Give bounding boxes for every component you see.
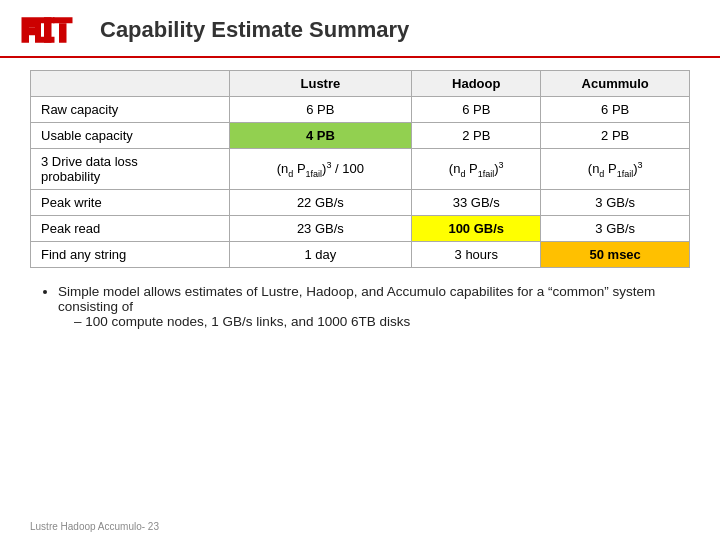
cell-peakwrite-lustre: 22 GB/s [229, 190, 412, 216]
cell-findstring-acummulo: 50 msec [541, 242, 690, 268]
bullet-section: Simple model allows estimates of Lustre,… [30, 284, 690, 329]
cell-dataloss-lustre: (nd P1fail)3 / 100 [229, 149, 412, 190]
cell-dataloss-hadoop: (nd P1fail)3 [412, 149, 541, 190]
table-row: Raw capacity 6 PB 6 PB 6 PB [31, 97, 690, 123]
cell-findstring-hadoop: 3 hours [412, 242, 541, 268]
row-label-peak-read: Peak read [31, 216, 230, 242]
cell-dataloss-acummulo: (nd P1fail)3 [541, 149, 690, 190]
page-title: Capability Estimate Summary [100, 17, 409, 43]
col-header-hadoop: Hadoop [412, 71, 541, 97]
cell-findstring-lustre: 1 day [229, 242, 412, 268]
capability-table: Lustre Hadoop Acummulo Raw capacity 6 PB… [30, 70, 690, 268]
cell-raw-hadoop: 6 PB [412, 97, 541, 123]
row-label-raw-capacity: Raw capacity [31, 97, 230, 123]
svg-rect-2 [35, 17, 41, 43]
cell-usable-lustre: 4 PB [229, 123, 412, 149]
bullet-sub: 100 compute nodes, 1 GB/s links, and 100… [74, 314, 690, 329]
table-row: Find any string 1 day 3 hours 50 msec [31, 242, 690, 268]
cell-usable-acummulo: 2 PB [541, 123, 690, 149]
cell-peakread-hadoop: 100 GB/s [412, 216, 541, 242]
svg-rect-3 [29, 28, 35, 36]
table-row: 3 Drive data lossprobability (nd P1fail)… [31, 149, 690, 190]
cell-raw-lustre: 6 PB [229, 97, 412, 123]
col-header-empty [31, 71, 230, 97]
page-header: Capability Estimate Summary [0, 0, 720, 58]
table-row: Peak write 22 GB/s 33 GB/s 3 GB/s [31, 190, 690, 216]
row-label-peak-write: Peak write [31, 190, 230, 216]
mit-logo [20, 10, 80, 50]
svg-rect-8 [59, 23, 67, 43]
svg-rect-5 [41, 17, 55, 23]
bullet-main: Simple model allows estimates of Lustre,… [58, 284, 690, 329]
cell-raw-acummulo: 6 PB [541, 97, 690, 123]
row-label-usable-capacity: Usable capacity [31, 123, 230, 149]
footer-text: Lustre Hadoop Accumulo- 23 [30, 521, 159, 532]
svg-rect-1 [29, 17, 35, 28]
cell-usable-hadoop: 2 PB [412, 123, 541, 149]
cell-peakwrite-hadoop: 33 GB/s [412, 190, 541, 216]
cell-peakread-lustre: 23 GB/s [229, 216, 412, 242]
col-header-acummulo: Acummulo [541, 71, 690, 97]
col-header-lustre: Lustre [229, 71, 412, 97]
cell-peakread-acummulo: 3 GB/s [541, 216, 690, 242]
cell-peakwrite-acummulo: 3 GB/s [541, 190, 690, 216]
table-row: Usable capacity 4 PB 2 PB 2 PB [31, 123, 690, 149]
row-label-data-loss: 3 Drive data lossprobability [31, 149, 230, 190]
main-content: Lustre Hadoop Acummulo Raw capacity 6 PB… [0, 58, 720, 343]
svg-rect-6 [41, 37, 55, 43]
svg-rect-0 [22, 17, 30, 43]
table-row: Peak read 23 GB/s 100 GB/s 3 GB/s [31, 216, 690, 242]
row-label-find-string: Find any string [31, 242, 230, 268]
svg-rect-7 [53, 17, 73, 23]
